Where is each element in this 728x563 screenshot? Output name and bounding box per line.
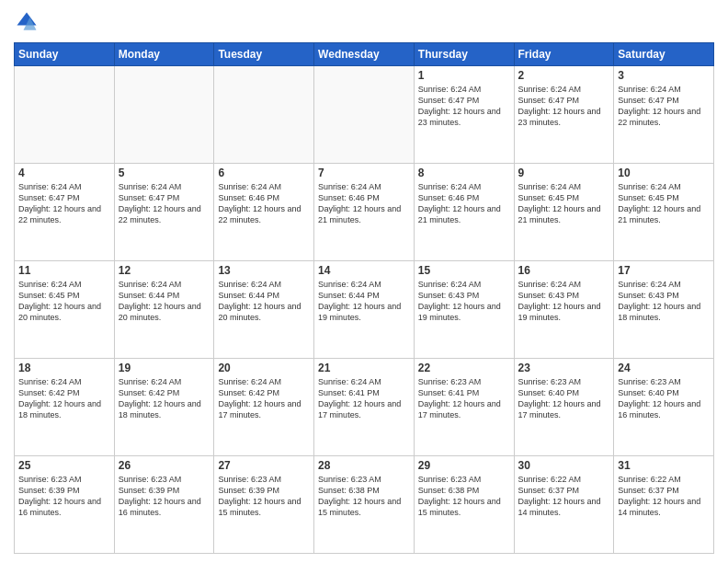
day-info: Sunrise: 6:24 AM Sunset: 6:47 PM Dayligh… <box>418 84 510 129</box>
calendar-day-cell: 9Sunrise: 6:24 AM Sunset: 6:45 PM Daylig… <box>514 164 614 261</box>
day-info: Sunrise: 6:23 AM Sunset: 6:40 PM Dayligh… <box>618 376 710 421</box>
calendar-day-header: Tuesday <box>214 43 314 66</box>
calendar-day-cell: 4Sunrise: 6:24 AM Sunset: 6:47 PM Daylig… <box>15 164 115 261</box>
calendar-day-cell: 14Sunrise: 6:24 AM Sunset: 6:44 PM Dayli… <box>314 261 415 359</box>
day-number: 12 <box>119 264 210 277</box>
day-number: 30 <box>518 459 610 472</box>
day-info: Sunrise: 6:22 AM Sunset: 6:37 PM Dayligh… <box>618 474 710 519</box>
calendar-day-header: Sunday <box>15 43 115 66</box>
day-number: 19 <box>119 362 210 374</box>
calendar-day-cell: 31Sunrise: 6:22 AM Sunset: 6:37 PM Dayli… <box>614 456 714 554</box>
calendar-day-cell <box>15 66 115 164</box>
calendar-week-row: 18Sunrise: 6:24 AM Sunset: 6:42 PM Dayli… <box>15 359 714 456</box>
calendar-day-cell: 11Sunrise: 6:24 AM Sunset: 6:45 PM Dayli… <box>15 261 115 359</box>
day-number: 28 <box>318 459 410 472</box>
calendar-week-row: 4Sunrise: 6:24 AM Sunset: 6:47 PM Daylig… <box>15 164 714 261</box>
day-info: Sunrise: 6:24 AM Sunset: 6:46 PM Dayligh… <box>318 181 410 226</box>
calendar-day-cell: 17Sunrise: 6:24 AM Sunset: 6:43 PM Dayli… <box>614 261 714 359</box>
calendar-day-cell: 23Sunrise: 6:23 AM Sunset: 6:40 PM Dayli… <box>514 359 614 456</box>
day-info: Sunrise: 6:24 AM Sunset: 6:47 PM Dayligh… <box>119 181 210 226</box>
day-info: Sunrise: 6:24 AM Sunset: 6:45 PM Dayligh… <box>518 181 610 226</box>
calendar-day-cell: 25Sunrise: 6:23 AM Sunset: 6:39 PM Dayli… <box>15 456 115 554</box>
calendar-week-row: 11Sunrise: 6:24 AM Sunset: 6:45 PM Dayli… <box>15 261 714 359</box>
calendar-day-cell: 3Sunrise: 6:24 AM Sunset: 6:47 PM Daylig… <box>614 66 714 164</box>
day-number: 9 <box>518 167 610 179</box>
calendar-day-cell: 28Sunrise: 6:23 AM Sunset: 6:38 PM Dayli… <box>314 456 415 554</box>
calendar-day-header: Saturday <box>614 43 714 66</box>
day-info: Sunrise: 6:23 AM Sunset: 6:39 PM Dayligh… <box>119 474 210 519</box>
day-number: 20 <box>218 362 310 374</box>
day-info: Sunrise: 6:24 AM Sunset: 6:45 PM Dayligh… <box>18 279 110 324</box>
calendar-day-cell: 15Sunrise: 6:24 AM Sunset: 6:43 PM Dayli… <box>414 261 514 359</box>
logo-icon <box>14 9 40 35</box>
calendar-day-header: Wednesday <box>314 43 415 66</box>
calendar-day-cell: 26Sunrise: 6:23 AM Sunset: 6:39 PM Dayli… <box>114 456 214 554</box>
day-number: 29 <box>418 459 510 472</box>
day-info: Sunrise: 6:24 AM Sunset: 6:47 PM Dayligh… <box>18 181 110 226</box>
calendar-day-cell <box>114 66 214 164</box>
calendar-day-cell: 7Sunrise: 6:24 AM Sunset: 6:46 PM Daylig… <box>314 164 415 261</box>
day-info: Sunrise: 6:23 AM Sunset: 6:40 PM Dayligh… <box>518 376 610 421</box>
calendar-day-cell: 30Sunrise: 6:22 AM Sunset: 6:37 PM Dayli… <box>514 456 614 554</box>
day-info: Sunrise: 6:24 AM Sunset: 6:47 PM Dayligh… <box>618 84 710 129</box>
day-info: Sunrise: 6:24 AM Sunset: 6:46 PM Dayligh… <box>218 181 310 226</box>
day-info: Sunrise: 6:24 AM Sunset: 6:42 PM Dayligh… <box>218 376 310 421</box>
calendar-day-cell: 1Sunrise: 6:24 AM Sunset: 6:47 PM Daylig… <box>414 66 514 164</box>
calendar-day-header: Thursday <box>414 43 514 66</box>
day-info: Sunrise: 6:24 AM Sunset: 6:42 PM Dayligh… <box>119 376 210 421</box>
day-info: Sunrise: 6:24 AM Sunset: 6:44 PM Dayligh… <box>119 279 210 324</box>
calendar-day-cell: 16Sunrise: 6:24 AM Sunset: 6:43 PM Dayli… <box>514 261 614 359</box>
calendar-day-cell: 13Sunrise: 6:24 AM Sunset: 6:44 PM Dayli… <box>214 261 314 359</box>
day-number: 15 <box>418 264 510 277</box>
day-number: 13 <box>218 264 310 277</box>
day-info: Sunrise: 6:24 AM Sunset: 6:43 PM Dayligh… <box>418 279 510 324</box>
calendar-day-header: Friday <box>514 43 614 66</box>
day-info: Sunrise: 6:23 AM Sunset: 6:39 PM Dayligh… <box>18 474 110 519</box>
day-number: 10 <box>618 167 710 179</box>
calendar-day-cell: 22Sunrise: 6:23 AM Sunset: 6:41 PM Dayli… <box>414 359 514 456</box>
day-number: 6 <box>218 167 310 179</box>
day-number: 7 <box>318 167 410 179</box>
day-info: Sunrise: 6:24 AM Sunset: 6:43 PM Dayligh… <box>518 279 610 324</box>
day-number: 5 <box>119 167 210 179</box>
svg-marker-0 <box>17 13 37 26</box>
calendar-day-cell <box>314 66 415 164</box>
calendar-day-cell: 24Sunrise: 6:23 AM Sunset: 6:40 PM Dayli… <box>614 359 714 456</box>
day-info: Sunrise: 6:24 AM Sunset: 6:44 PM Dayligh… <box>318 279 410 324</box>
day-info: Sunrise: 6:23 AM Sunset: 6:38 PM Dayligh… <box>318 474 410 519</box>
day-info: Sunrise: 6:23 AM Sunset: 6:41 PM Dayligh… <box>418 376 510 421</box>
day-info: Sunrise: 6:24 AM Sunset: 6:44 PM Dayligh… <box>218 279 310 324</box>
day-number: 1 <box>418 69 510 82</box>
calendar-day-cell: 29Sunrise: 6:23 AM Sunset: 6:38 PM Dayli… <box>414 456 514 554</box>
calendar-day-cell: 21Sunrise: 6:24 AM Sunset: 6:41 PM Dayli… <box>314 359 415 456</box>
day-number: 4 <box>18 167 110 179</box>
day-number: 16 <box>518 264 610 277</box>
day-info: Sunrise: 6:24 AM Sunset: 6:41 PM Dayligh… <box>318 376 410 421</box>
calendar-day-cell: 8Sunrise: 6:24 AM Sunset: 6:46 PM Daylig… <box>414 164 514 261</box>
day-number: 22 <box>418 362 510 374</box>
day-info: Sunrise: 6:24 AM Sunset: 6:43 PM Dayligh… <box>618 279 710 324</box>
calendar-week-row: 1Sunrise: 6:24 AM Sunset: 6:47 PM Daylig… <box>15 66 714 164</box>
day-number: 31 <box>618 459 710 472</box>
calendar-header-row: SundayMondayTuesdayWednesdayThursdayFrid… <box>15 43 714 66</box>
day-number: 24 <box>618 362 710 374</box>
day-number: 18 <box>18 362 110 374</box>
day-number: 14 <box>318 264 410 277</box>
calendar-day-cell: 20Sunrise: 6:24 AM Sunset: 6:42 PM Dayli… <box>214 359 314 456</box>
calendar-day-header: Monday <box>114 43 214 66</box>
day-info: Sunrise: 6:24 AM Sunset: 6:46 PM Dayligh… <box>418 181 510 226</box>
calendar-day-cell: 12Sunrise: 6:24 AM Sunset: 6:44 PM Dayli… <box>114 261 214 359</box>
day-number: 11 <box>18 264 110 277</box>
day-info: Sunrise: 6:22 AM Sunset: 6:37 PM Dayligh… <box>518 474 610 519</box>
day-number: 26 <box>119 459 210 472</box>
calendar-day-cell: 19Sunrise: 6:24 AM Sunset: 6:42 PM Dayli… <box>114 359 214 456</box>
day-number: 23 <box>518 362 610 374</box>
day-info: Sunrise: 6:24 AM Sunset: 6:42 PM Dayligh… <box>18 376 110 421</box>
day-number: 21 <box>318 362 410 374</box>
day-number: 25 <box>18 459 110 472</box>
page-container: SundayMondayTuesdayWednesdayThursdayFrid… <box>0 0 728 563</box>
calendar-day-cell: 6Sunrise: 6:24 AM Sunset: 6:46 PM Daylig… <box>214 164 314 261</box>
day-info: Sunrise: 6:24 AM Sunset: 6:47 PM Dayligh… <box>518 84 610 129</box>
day-info: Sunrise: 6:23 AM Sunset: 6:39 PM Dayligh… <box>218 474 310 519</box>
day-number: 17 <box>618 264 710 277</box>
